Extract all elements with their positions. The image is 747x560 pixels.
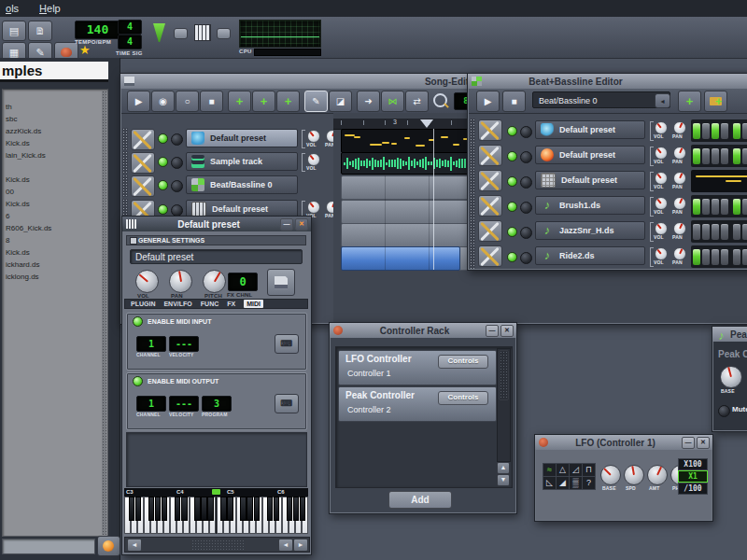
lfo-spd-knob[interactable]	[624, 465, 644, 485]
beat-cell[interactable]	[721, 249, 728, 265]
track-mute-led[interactable]	[507, 176, 517, 187]
track-grip[interactable]	[470, 119, 475, 143]
beat-cell-strip[interactable]	[691, 119, 747, 142]
track-vol-knob[interactable]	[307, 130, 320, 143]
track-solo-knob[interactable]	[171, 133, 183, 146]
track-mute-led[interactable]	[507, 252, 517, 262]
song-record-button[interactable]: ◉	[151, 91, 175, 112]
timesig-numerator-display[interactable]: 4	[118, 20, 142, 35]
beat-cell[interactable]	[742, 148, 747, 164]
beat-cell-strip[interactable]	[691, 195, 747, 217]
bb-play-button[interactable]: ▶	[476, 91, 500, 112]
piano-black-key[interactable]	[162, 497, 167, 521]
track-name-plate[interactable]: Sample track	[186, 152, 298, 171]
piano-black-key[interactable]	[254, 497, 260, 521]
lfo-wave-user-button[interactable]: ?	[582, 476, 596, 490]
bb-vol-knob[interactable]	[655, 247, 668, 260]
lfo-close-button[interactable]: ✕	[697, 437, 710, 449]
song-stop-button[interactable]: ■	[200, 91, 223, 112]
track-solo-knob[interactable]	[520, 202, 532, 214]
track-solo-knob[interactable]	[171, 204, 183, 217]
song-draw-mode-button[interactable]: ✎	[304, 91, 328, 112]
beat-cell-strip[interactable]	[691, 145, 747, 167]
menu-item-help[interactable]: Help	[39, 3, 61, 14]
sidebar-title[interactable]: mples	[0, 62, 108, 82]
beat-cell[interactable]	[712, 199, 719, 215]
piano-black-key[interactable]	[207, 497, 213, 521]
bb-pan-knob[interactable]	[673, 121, 686, 134]
tab-func[interactable]: FUNC	[201, 301, 218, 307]
sample-list-item[interactable]: th	[6, 103, 12, 111]
lfo-wave-moog-saw-button[interactable]: ◺	[543, 476, 557, 490]
track-actions-button[interactable]	[131, 175, 155, 197]
sample-list-item[interactable]: Kick.ds	[6, 139, 30, 147]
song-record-accomp-button[interactable]: ○	[176, 91, 199, 112]
piano-black-key[interactable]	[148, 497, 154, 521]
fx-channel-display[interactable]: 0	[228, 273, 258, 291]
bb-vol-knob[interactable]	[655, 172, 668, 185]
sample-segment[interactable]	[341, 152, 474, 175]
bb-stop-button[interactable]: ■	[502, 91, 526, 112]
midi-output-enable-led[interactable]	[133, 376, 143, 386]
beat-cell[interactable]	[742, 199, 747, 215]
bb-track-name-plate[interactable]: Default preset	[535, 120, 645, 139]
track-name-plate[interactable]: Default preset	[186, 129, 298, 147]
track-actions-button[interactable]	[478, 119, 502, 141]
piano-black-key[interactable]	[194, 497, 200, 521]
bb-track-name-plate[interactable]: ♪JazzSnr_H.ds	[535, 221, 645, 240]
track-mute-led[interactable]	[507, 126, 517, 136]
track-name-plate[interactable]: Beat/Bassline 0	[186, 175, 298, 194]
lfo-wave-saw-button[interactable]: ◿	[569, 463, 583, 477]
track-vol-knob[interactable]	[307, 201, 320, 214]
track-actions-button[interactable]	[131, 152, 155, 174]
track-grip[interactable]	[470, 194, 475, 218]
track-solo-knob[interactable]	[520, 227, 532, 239]
rack-titlebar[interactable]: Controller Rack — ✕	[330, 323, 516, 338]
bb-add-beat-button[interactable]: +	[678, 91, 701, 112]
save-preset-button[interactable]	[267, 269, 295, 296]
track-grip[interactable]	[122, 175, 128, 197]
track-mute-led[interactable]	[158, 180, 168, 190]
samples-scrollbar[interactable]	[102, 91, 106, 535]
track-grip[interactable]	[122, 151, 128, 174]
track-actions-button[interactable]	[478, 170, 502, 191]
piano-black-key[interactable]	[175, 497, 180, 521]
beat-cell[interactable]	[702, 224, 710, 240]
piano-black-key[interactable]	[135, 497, 141, 521]
piano-black-key[interactable]	[155, 497, 161, 521]
track-grip[interactable]	[470, 219, 475, 244]
bb-track-name-plate[interactable]: Default preset	[535, 146, 645, 164]
beat-cell[interactable]	[702, 199, 710, 215]
piano-scroll-left-button[interactable]: ◄	[127, 539, 142, 552]
track-mute-led[interactable]	[158, 204, 168, 215]
sample-list-item[interactable]: 8	[6, 236, 9, 245]
sample-list-item[interactable]: Kick.ds	[6, 175, 30, 184]
beat-cell[interactable]	[733, 148, 740, 164]
bb-editor-titlebar[interactable]: Beat+Bassline Editor	[468, 74, 747, 89]
preset-name-field[interactable]: Default preset	[130, 249, 303, 264]
piano-black-key[interactable]	[220, 497, 226, 521]
instrument-minimize-button[interactable]: —	[280, 218, 293, 231]
piano-scrollbar[interactable]: ◄ ◄ ►	[124, 537, 310, 553]
tempo-display[interactable]: 140	[75, 21, 120, 39]
controller-controls-button[interactable]: Controls	[438, 355, 488, 369]
midi-input-velocity-display[interactable]: ---	[169, 336, 199, 352]
favorites-star-icon[interactable]: ★	[79, 43, 91, 57]
master-pitch-slider[interactable]	[217, 28, 231, 39]
menu-item-ols[interactable]: ols	[6, 3, 19, 14]
beat-cell[interactable]	[712, 123, 719, 139]
bb-vol-knob[interactable]	[655, 147, 668, 160]
midi-output-channel-display[interactable]: 1	[136, 396, 166, 412]
tab-midi[interactable]: MIDI	[244, 300, 263, 308]
track-mute-led[interactable]	[507, 151, 517, 161]
rack-minimize-button[interactable]: —	[486, 325, 499, 337]
samples-list[interactable]: thsbcazzKick.dsKick.dslain_Kick.dsKick.d…	[2, 89, 108, 537]
track-solo-knob[interactable]	[520, 176, 532, 189]
lfo-wave-sine-button[interactable]: ≈	[543, 463, 557, 477]
piano-black-key[interactable]	[287, 497, 292, 521]
lfo-minimize-button[interactable]: —	[682, 437, 695, 449]
rack-add-button[interactable]: Add	[388, 491, 452, 509]
track-vol-knob[interactable]	[307, 153, 320, 166]
sample-list-item[interactable]: 00	[6, 188, 14, 196]
midi-output-program-display[interactable]: 3	[202, 396, 232, 412]
